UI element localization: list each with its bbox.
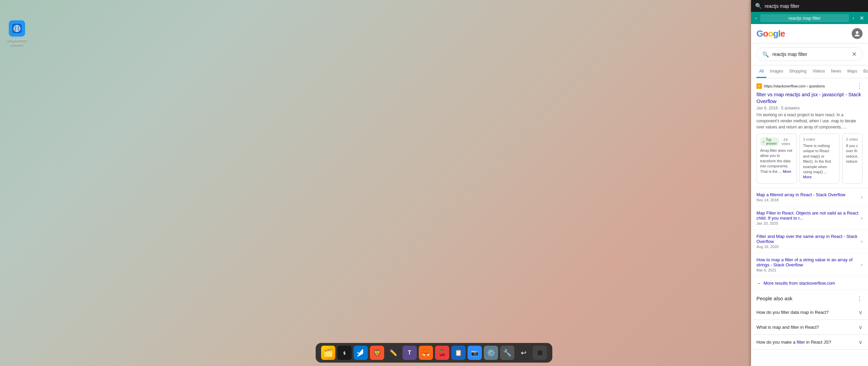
faq-expand-icon-3: ∨ (859, 339, 863, 345)
vote-count-1: · 24 votes (781, 138, 793, 146)
faq-expand-icon-2: ∨ (859, 324, 863, 330)
faq-item-2[interactable]: What is map and filter in React? ∨ (751, 320, 868, 335)
tab-videos[interactable]: Videos (810, 65, 827, 78)
taskbar-firefox-button[interactable]: 🦊 (419, 346, 433, 360)
vote-count-3: 2 votes (846, 137, 858, 141)
faq-question-3: How do you make a filter in React JS? (756, 340, 859, 345)
stackoverflow-favicon: S (756, 83, 762, 89)
answer-box-3: 2 votes If you c over th reduce, reduce (842, 134, 863, 184)
related-result-3[interactable]: Filter and Map over the same array in Re… (751, 230, 868, 253)
taskbar-launchpad-button[interactable]: ⊞ (533, 346, 547, 360)
taskbar-brave-button[interactable]: 🦁 (370, 346, 384, 360)
more-results-label: More results from stackoverflow.com (764, 281, 835, 286)
result-meta: Jan 6, 2018 · 5 answers (756, 106, 863, 110)
chevron-right-icon-2: › (861, 215, 863, 221)
faq-item-1[interactable]: How do you filter data map in React? ∨ (751, 305, 868, 320)
answer-text-2: There is nothing unique to React and map… (803, 143, 836, 180)
result-options-button[interactable]: ⋮ (856, 82, 863, 90)
app-icon (9, 20, 25, 37)
google-search-input[interactable] (772, 52, 848, 57)
browser-content: Google 🔍 ✕ All (751, 24, 868, 366)
svg-point-2 (856, 31, 859, 34)
search-results: S https://stackoverflow.com › questions … (751, 78, 868, 366)
chevron-right-icon-3: › (861, 239, 863, 244)
related-meta-1: Nov 14, 2018 (756, 198, 861, 202)
browser-url-input[interactable] (760, 14, 849, 22)
taskbar-kanban-button[interactable]: 📋 (451, 346, 466, 360)
answer-more-1[interactable]: ... More (778, 169, 791, 174)
people-also-ask-header: People also ask ⋮ (751, 290, 868, 305)
browser-panel: 🔍 ‹ › ✕ Google (751, 0, 868, 366)
faq-question-1: How do you filter data map in React? (756, 310, 859, 315)
taskbar-typora-button[interactable]: T (402, 346, 417, 360)
answer-boxes: ✓ Top answer · 24 votes Array.filter doe… (756, 134, 863, 184)
related-title-4: How to map a filter of a string value in… (756, 257, 861, 267)
related-result-4[interactable]: How to map a filter of a string value in… (751, 253, 868, 277)
answer-box-2: 3 votes There is nothing unique to React… (800, 134, 840, 184)
browser-back-button[interactable]: ‹ (753, 14, 759, 22)
related-meta-2: Jan 20, 2020 (756, 221, 861, 225)
tab-maps[interactable]: Maps (845, 65, 860, 78)
taskbar-zoom-button[interactable]: 📷 (468, 346, 482, 360)
top-answer-badge: ✓ Top answer (760, 137, 779, 146)
tab-news[interactable]: News (828, 65, 844, 78)
faq-expand-icon-1: ∨ (859, 309, 863, 316)
browser-close-button[interactable]: ✕ (857, 14, 866, 23)
taskbar-terminal-button[interactable]: $ (337, 346, 352, 360)
faq-item-3[interactable]: How do you make a filter in React JS? ∨ (751, 335, 868, 350)
result-title-link[interactable]: filter vs map reactjs and jsx - javascri… (756, 91, 863, 104)
more-results-link[interactable]: → More results from stackoverflow.com (751, 277, 868, 290)
related-result-1[interactable]: Map a filtered array in React - Stack Ov… (751, 188, 868, 206)
related-result-2[interactable]: Map Filter in React. Objects are not val… (751, 206, 868, 230)
result-snippet: I'm working on a react project to learn … (756, 112, 863, 130)
taskbar-store-button[interactable]: 🔧 (500, 346, 514, 360)
search-box: 🔍 ✕ (756, 47, 863, 61)
answer-more-2[interactable]: More (803, 175, 812, 179)
os-search-icon: 🔍 (755, 3, 762, 9)
chevron-right-icon-4: › (861, 262, 863, 267)
app-icon-label: programmer browser (5, 38, 29, 47)
taskbar-undo-button[interactable]: ↩ (516, 346, 531, 360)
browser-tabbar: ‹ › ✕ (751, 12, 868, 24)
result-answer-count: 5 answers (781, 106, 800, 110)
programmer-browser-icon[interactable]: programmer browser (5, 20, 29, 47)
tab-books[interactable]: Books (861, 65, 868, 78)
related-meta-4: Mar 6, 2021 (756, 268, 861, 272)
os-searchbar: 🔍 (751, 0, 868, 12)
related-title-1: Map a filtered array in React - Stack Ov… (756, 192, 861, 197)
related-title-2: Map Filter in React. Objects are not val… (756, 210, 861, 221)
browser-forward-button[interactable]: › (850, 14, 856, 22)
tab-all[interactable]: All (756, 65, 766, 78)
answer-text-1: Array.filter does not allow you to trans… (760, 148, 793, 174)
taskbar-files-button[interactable]: 🗂️ (321, 346, 335, 360)
faq-question-2: What is map and filter in React? (756, 325, 859, 330)
result-url: https://stackoverflow.com › questions (764, 84, 825, 88)
taskbar: 🗂️ $ 🦁 ✏️ T 🦊 🍒 (316, 343, 552, 363)
answer-text-3: If you c over th reduce, reduce (846, 143, 859, 164)
tab-images[interactable]: Images (767, 65, 786, 78)
google-logo: Google (756, 28, 785, 39)
top-answer-label: Top answer (766, 138, 777, 145)
search-icon: 🔍 (762, 51, 769, 58)
taskbar-git-button[interactable]: 🍒 (435, 346, 449, 360)
arrow-right-icon: → (756, 281, 761, 286)
google-account-button[interactable] (852, 28, 863, 39)
tab-shopping[interactable]: Shopping (787, 65, 809, 78)
result-date: Jan 6, 2018 (756, 106, 778, 110)
related-meta-3: Aug 16, 2020 (756, 245, 861, 249)
taskbar-vscode-button[interactable] (354, 346, 368, 360)
result-source: S https://stackoverflow.com › questions … (756, 82, 863, 90)
section-title: People also ask (756, 296, 792, 301)
related-title-3: Filter and Map over the same array in Re… (756, 234, 861, 244)
google-header: Google (751, 24, 868, 43)
vote-count-2: 3 votes (803, 137, 815, 141)
taskbar-figma-button[interactable]: ✏️ (386, 346, 400, 360)
nav-tabs: All Images Shopping Videos News Maps Boo… (751, 65, 868, 78)
section-options-button[interactable]: ⋮ (856, 295, 863, 302)
answer-box-1: ✓ Top answer · 24 votes Array.filter doe… (756, 134, 797, 184)
os-search-input[interactable] (765, 3, 864, 9)
desktop: programmer browser 🔍 ‹ › ✕ Google (0, 0, 868, 366)
clear-search-button[interactable]: ✕ (852, 50, 857, 58)
taskbar-settings-button[interactable]: ⚙️ (484, 346, 498, 360)
first-result: S https://stackoverflow.com › questions … (751, 78, 868, 188)
